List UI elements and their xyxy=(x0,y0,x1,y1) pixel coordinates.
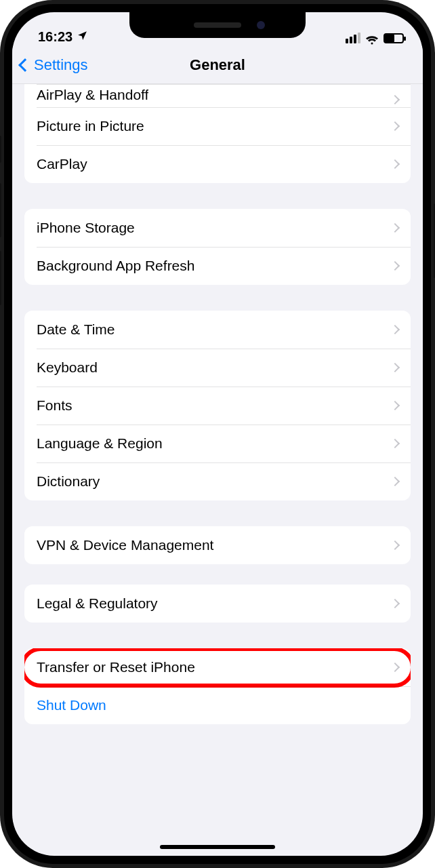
front-camera xyxy=(257,21,265,29)
settings-list[interactable]: AirPlay & Handoff Picture in Picture Car… xyxy=(12,84,423,856)
row-label: Legal & Regulatory xyxy=(37,595,158,612)
back-label: Settings xyxy=(34,56,88,74)
row-label: Picture in Picture xyxy=(37,118,144,134)
row-label: Dictionary xyxy=(37,473,100,490)
chevron-right-icon xyxy=(390,439,400,448)
row-label: Shut Down xyxy=(37,697,106,713)
group-legal: Legal & Regulatory xyxy=(24,585,411,623)
chevron-right-icon xyxy=(390,159,400,169)
row-vpn-device-management[interactable]: VPN & Device Management xyxy=(24,526,411,564)
chevron-right-icon xyxy=(390,401,400,410)
home-indicator[interactable] xyxy=(160,845,275,849)
group-vpn: VPN & Device Management xyxy=(24,526,411,564)
chevron-right-icon xyxy=(390,261,400,271)
back-button[interactable]: Settings xyxy=(20,46,88,83)
row-legal-regulatory[interactable]: Legal & Regulatory xyxy=(24,585,411,623)
row-fonts[interactable]: Fonts xyxy=(24,387,411,425)
nav-bar: Settings General xyxy=(12,46,423,84)
row-iphone-storage[interactable]: iPhone Storage xyxy=(24,209,411,247)
group-storage: iPhone Storage Background App Refresh xyxy=(24,209,411,285)
row-picture-in-picture[interactable]: Picture in Picture xyxy=(24,107,411,145)
row-keyboard[interactable]: Keyboard xyxy=(24,349,411,387)
speaker-grille xyxy=(194,22,241,28)
phone-frame: 16:23 Settings General xyxy=(0,0,435,868)
row-label: Language & Region xyxy=(37,435,163,452)
chevron-right-icon xyxy=(390,325,400,334)
side-button-mute xyxy=(0,136,1,163)
chevron-right-icon xyxy=(390,223,400,233)
group-reset: Transfer or Reset iPhone Shut Down xyxy=(24,648,411,724)
row-label: Fonts xyxy=(37,397,72,414)
row-carplay[interactable]: CarPlay xyxy=(24,145,411,183)
row-label: iPhone Storage xyxy=(37,220,135,236)
status-left: 16:23 xyxy=(38,29,88,46)
row-transfer-or-reset-iphone[interactable]: Transfer or Reset iPhone xyxy=(24,648,411,686)
row-label: AirPlay & Handoff xyxy=(37,87,148,103)
chevron-right-icon xyxy=(390,95,400,104)
chevron-right-icon xyxy=(390,540,400,550)
page-title: General xyxy=(190,56,245,74)
side-button-vol-up xyxy=(0,183,1,237)
row-language-region[interactable]: Language & Region xyxy=(24,425,411,462)
cellular-signal-icon xyxy=(346,33,360,43)
row-label: Keyboard xyxy=(37,359,98,376)
chevron-right-icon xyxy=(390,477,400,486)
chevron-right-icon xyxy=(390,663,400,672)
row-airplay-handoff[interactable]: AirPlay & Handoff xyxy=(24,84,411,107)
row-date-time[interactable]: Date & Time xyxy=(24,311,411,349)
chevron-right-icon xyxy=(390,121,400,131)
location-icon xyxy=(77,29,88,45)
group-input-locale: Date & Time Keyboard Fonts Language & Re… xyxy=(24,311,411,500)
row-label: VPN & Device Management xyxy=(37,537,213,553)
side-button-vol-down xyxy=(0,251,1,305)
screen: 16:23 Settings General xyxy=(12,12,423,856)
row-label: CarPlay xyxy=(37,156,87,172)
row-dictionary[interactable]: Dictionary xyxy=(24,462,411,500)
status-time: 16:23 xyxy=(38,29,72,45)
notch xyxy=(129,12,306,38)
battery-icon xyxy=(384,33,404,43)
row-shut-down[interactable]: Shut Down xyxy=(24,686,411,724)
chevron-left-icon xyxy=(18,58,32,72)
row-label: Transfer or Reset iPhone xyxy=(37,659,195,675)
status-right xyxy=(346,33,404,46)
wifi-icon xyxy=(365,33,379,43)
row-background-app-refresh[interactable]: Background App Refresh xyxy=(24,247,411,285)
chevron-right-icon xyxy=(390,363,400,372)
group-media: AirPlay & Handoff Picture in Picture Car… xyxy=(24,84,411,183)
row-label: Background App Refresh xyxy=(37,258,194,274)
row-label: Date & Time xyxy=(37,321,115,338)
chevron-right-icon xyxy=(390,599,400,608)
